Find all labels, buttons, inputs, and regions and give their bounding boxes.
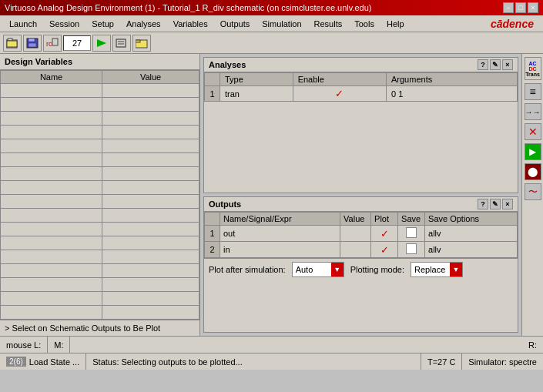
state-section: 2(6) Load State ... [0,353,86,370]
analyses-title: Analyses [209,60,246,69]
menu-outputs[interactable]: Outputs [214,18,256,30]
bottom-bar: 2(6) Load State ... Status: Selecting ou… [0,353,543,370]
play-button[interactable]: ▶ [525,143,541,160]
edit-button[interactable] [112,35,131,52]
outputs-header: Outputs ? ✎ × [204,197,518,212]
mouse-m-label: M: [54,340,63,350]
outputs-panel: Outputs ? ✎ × Name/Signal/Expr Value Plo… [203,196,518,333]
state-badge: 2(6) [6,357,26,367]
output-save[interactable] [398,226,425,242]
table-row: 2 in ✓ allv [205,242,518,258]
wave-button[interactable]: 〜 [525,183,541,200]
row-number: 2 [205,242,220,258]
outputs-col-value: Value [340,213,371,226]
mouse-r-label: R: [528,340,537,350]
analyses-col-enable: Enable [293,73,386,86]
close-button[interactable]: × [528,2,538,13]
minimize-button[interactable]: − [503,2,514,13]
table-row [1,181,199,195]
table-row [1,209,199,223]
temp-section: T=27 C [421,353,462,370]
number-input[interactable] [63,35,91,51]
temp-text: T=27 C [427,357,455,367]
check-icon: ✓ [380,244,389,256]
menu-simulation[interactable]: Simulation [256,18,307,30]
menu-results[interactable]: Results [308,18,349,30]
outputs-help-button[interactable]: ? [478,199,488,209]
table-row [1,98,199,112]
table-row [1,126,199,139]
select-schematic-label: > Select on Schematic Outputs to Be Plot [0,320,199,336]
output-plot[interactable]: ✓ [371,242,398,258]
design-variables-panel: Design Variables Name Value [0,54,200,336]
table-row [1,236,199,250]
analysis-enable[interactable]: ✓ [293,86,386,102]
record-button[interactable]: ⬤ [525,163,541,180]
simulator-section: Simulator: spectre [462,353,543,370]
mouse-m-section: M: [48,337,70,353]
menu-variables[interactable]: Variables [167,18,214,30]
status-text: Status: Selecting outputs to be plotted.… [92,357,242,367]
mouse-r-section: R: [522,337,543,353]
mouse-l-section: mouse L: [0,337,48,353]
plotting-mode-label: Plotting mode: [350,265,404,274]
table-row [1,306,199,320]
analyses-help-button[interactable]: ? [478,59,488,70]
load-state-label[interactable]: Load State ... [29,357,79,367]
folder-button[interactable] [132,35,151,52]
menu-analyses[interactable]: Analyses [120,18,167,30]
svg-marker-8 [97,39,106,47]
ac-button[interactable]: AC DC Trans [525,57,541,80]
copy-button[interactable]: rc [43,35,62,52]
status-section: Status: Selecting outputs to be plotted.… [86,353,421,370]
output-value [340,242,371,258]
output-save-options: allv [425,242,518,258]
table-row [1,153,199,167]
outputs-col-plot: Plot [371,213,398,226]
menu-launch[interactable]: Launch [3,18,43,30]
svg-rect-4 [28,39,35,42]
menu-setup[interactable]: Setup [85,18,120,30]
analyses-edit-button[interactable]: ✎ [490,59,501,70]
table-row [1,264,199,278]
output-plot[interactable]: ✓ [371,226,398,242]
table-row [1,112,199,126]
status-bar: mouse L: M: R: [0,336,543,353]
menu-session[interactable]: Session [43,18,85,30]
menu-bar: Launch Session Setup Analyses Variables … [0,15,543,32]
save-button[interactable] [23,35,42,52]
output-save-options: allv [425,226,518,242]
table-row [1,292,199,306]
open-button[interactable] [3,35,22,52]
output-name: in [220,242,340,258]
forward-button[interactable]: →→ [525,103,541,120]
config-button[interactable]: ≡ [525,83,541,100]
mouse-l-label: mouse L: [6,340,41,350]
analyses-close-button[interactable]: × [502,59,513,70]
window-controls: − □ × [503,2,538,13]
outputs-col-name: Name/Signal/Expr [220,213,340,226]
checkbox-icon [406,227,417,238]
stop-button[interactable]: ✕ [525,123,541,140]
design-variables-header: Design Variables [0,54,199,70]
outputs-close-button[interactable]: × [502,199,513,209]
check-icon: ✓ [380,228,389,240]
plotting-mode-dropdown[interactable]: Replace ▼ [411,262,463,277]
output-name: out [220,226,340,242]
table-row [1,223,199,236]
menu-help[interactable]: Help [380,18,411,30]
title-text: Virtuoso Analog Design Environment (1) -… [5,3,372,12]
maximize-button[interactable]: □ [515,2,526,13]
dropdown-arrow-icon: ▼ [450,263,462,276]
plot-after-dropdown[interactable]: Auto ▼ [292,262,344,277]
outputs-title: Outputs [209,199,241,209]
output-save[interactable] [398,242,425,258]
table-row [1,167,199,181]
outputs-table: Name/Signal/Expr Value Plot Save Save Op… [204,212,518,258]
analyses-col-args: Arguments [387,73,518,86]
toolbar: rc [0,32,543,54]
run-button[interactable] [92,35,111,52]
menu-tools[interactable]: Tools [348,18,380,30]
outputs-edit-button[interactable]: ✎ [490,199,501,209]
outputs-col-save: Save [398,213,425,226]
